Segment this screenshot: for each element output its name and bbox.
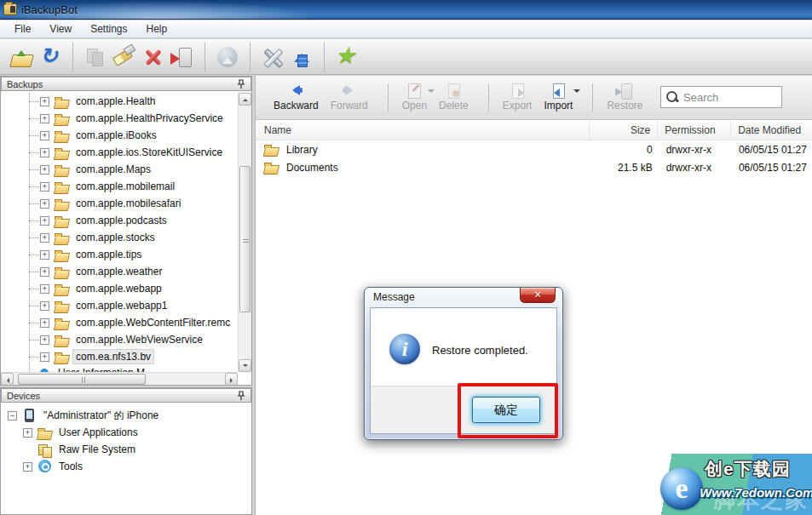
tree-item[interactable]: Raw File System (1, 441, 251, 458)
column-header-permission[interactable]: Permission (658, 121, 731, 140)
file-toolbar-button[interactable]: Export (488, 83, 533, 112)
e-logo-icon: e (660, 467, 703, 510)
expander-icon[interactable] (40, 284, 49, 294)
menu-item[interactable]: Help (137, 21, 177, 37)
chevron-down-icon[interactable] (428, 89, 435, 96)
folder-icon (264, 162, 279, 173)
toolbar-button[interactable] (36, 43, 65, 72)
menu-item[interactable]: File (5, 21, 40, 37)
scroll-up-button[interactable] (239, 93, 251, 106)
tree-item[interactable]: com.apple.mobilemail (1, 178, 238, 195)
tree-item[interactable]: com.apple.Health (1, 93, 238, 110)
tree-item[interactable]: com.apple.tips (1, 246, 238, 263)
menu-item[interactable]: Settings (81, 21, 136, 37)
file-toolbar-button[interactable]: Restore (592, 83, 642, 112)
tree-item[interactable]: com.apple.Maps (1, 161, 238, 178)
tree-item[interactable]: com.apple.iBooks (1, 127, 238, 144)
folder-icon (55, 335, 69, 346)
tree-item-label: com.apple.webapp1 (73, 299, 170, 312)
tree-item-label: com.apple.stocks (73, 231, 158, 244)
file-toolbar-button[interactable]: Import (544, 83, 573, 112)
toolbar-button[interactable] (324, 43, 361, 72)
column-header-name[interactable]: Name (256, 121, 590, 140)
tree-item-label: User Information M (55, 366, 147, 372)
toolbar-button[interactable] (287, 43, 316, 72)
close-icon[interactable]: ✕ (520, 288, 556, 303)
device-icon (22, 410, 37, 421)
toolbar-button[interactable] (139, 43, 168, 72)
expander-icon[interactable] (40, 114, 49, 123)
tree-item-partial[interactable]: User Information M (1, 364, 147, 372)
pin-icon[interactable] (237, 79, 245, 89)
file-toolbar-label: Forward (331, 100, 368, 112)
search-input[interactable] (683, 91, 769, 104)
tree-item[interactable]: com.apple.weather (1, 263, 238, 280)
search-box[interactable] (660, 86, 782, 108)
open-backup-folder-icon (9, 45, 33, 69)
toolbar-button[interactable] (168, 43, 197, 72)
horizontal-scrollbar[interactable] (1, 372, 238, 385)
tree-item[interactable]: "Administrator" 的 iPhone (1, 407, 251, 424)
table-row[interactable]: Documents 21.5 kB drwxr-xr-x 06/05/15 01… (256, 158, 812, 176)
device-icon (37, 444, 52, 455)
scroll-down-button[interactable] (239, 359, 251, 372)
horizontal-scroll-thumb[interactable] (18, 374, 146, 385)
devices-panel-title: Devices (7, 391, 40, 401)
file-toolbar-button[interactable]: Delete (439, 83, 469, 112)
tree-item[interactable]: com.apple.podcasts (1, 212, 238, 229)
expander-icon[interactable] (40, 233, 49, 243)
toolbar-button[interactable] (110, 43, 139, 72)
scroll-right-button[interactable] (225, 373, 238, 385)
tree-item[interactable]: Tools (1, 458, 251, 475)
vertical-scrollbar[interactable] (238, 93, 251, 372)
toolbar-button[interactable] (204, 43, 242, 72)
menu-item[interactable]: View (40, 21, 81, 37)
expander-icon[interactable] (40, 131, 49, 140)
toolbar-button[interactable] (7, 43, 36, 72)
file-toolbar-label: Restore (607, 100, 642, 112)
dialog-message: Restore completed. (432, 344, 528, 357)
expander-icon[interactable] (8, 411, 17, 421)
expander-icon[interactable] (40, 97, 49, 106)
toolbar-button[interactable] (250, 43, 287, 72)
tree-item[interactable]: User Applications (1, 424, 251, 441)
tree-item[interactable]: com.apple.HealthPrivacyService (1, 110, 238, 127)
chevron-down-icon[interactable] (573, 89, 580, 96)
tree-item[interactable]: com.apple.stocks (1, 229, 238, 246)
column-header-date-modified[interactable]: Date Modified (731, 121, 812, 140)
tree-item-label: com.apple.weather (73, 265, 164, 278)
tree-item[interactable]: com.ea.nfs13.bv (1, 348, 238, 365)
tree-item[interactable]: com.apple.webapp (1, 280, 238, 297)
expander-icon[interactable] (40, 267, 49, 277)
tree-item[interactable]: com.apple.mobilesafari (1, 195, 238, 212)
toolbar-button[interactable] (72, 43, 110, 72)
tree-item[interactable]: com.apple.WebContentFilter.remc (1, 314, 238, 331)
expander-icon[interactable] (40, 165, 49, 175)
expander-icon[interactable] (40, 250, 49, 260)
table-row[interactable]: Library 0 drwxr-xr-x 06/05/15 01:27 (256, 140, 812, 158)
file-toolbar-button[interactable]: Backward (274, 83, 319, 112)
expander-icon[interactable] (40, 301, 49, 311)
file-toolbar-button[interactable]: Open (388, 83, 427, 112)
expander-icon[interactable] (40, 199, 49, 209)
folder-icon (55, 96, 69, 107)
column-header-size[interactable]: Size (590, 121, 658, 140)
expander-icon[interactable] (40, 182, 49, 192)
scroll-left-button[interactable] (1, 373, 14, 385)
expander-icon[interactable] (40, 318, 49, 328)
folder-icon (55, 266, 69, 278)
expander-icon[interactable] (40, 148, 49, 157)
file-toolbar-button[interactable]: Forward (331, 83, 368, 112)
vertical-scroll-thumb[interactable] (239, 166, 251, 312)
devices-panel: Devices "Administrator" 的 iPhone User Ap… (0, 387, 252, 515)
file-permission: drwxr-xr-x (659, 144, 732, 156)
pin-icon[interactable] (237, 391, 245, 401)
expander-icon[interactable] (40, 216, 49, 226)
expander-icon[interactable] (40, 335, 49, 345)
tree-item[interactable]: com.apple.ios.StoreKitUIService (1, 144, 238, 161)
expander-icon[interactable] (23, 462, 32, 472)
expander-icon[interactable] (23, 428, 32, 438)
tree-item[interactable]: com.apple.webapp1 (1, 297, 238, 314)
expander-icon[interactable] (40, 352, 49, 362)
tree-item[interactable]: com.apple.WebViewService (1, 331, 238, 348)
